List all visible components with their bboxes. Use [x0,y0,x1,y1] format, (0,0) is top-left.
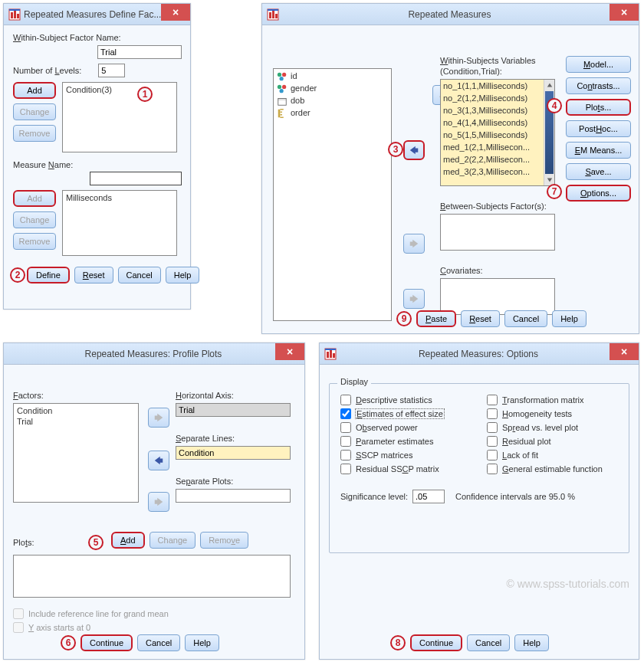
seplines-transfer-button[interactable] [148,451,169,470]
list-item[interactable]: Condition [15,405,136,416]
list-item[interactable]: order [275,107,389,120]
factors-listbox[interactable]: Condition(3) [62,82,177,152]
transformation-checkbox[interactable] [487,395,498,405]
help-button[interactable]: Help [185,634,219,651]
effect-size-checkbox[interactable] [340,408,351,419]
title-bar: Repeated Measures Define Fac... × [4,4,190,25]
plot-add-button[interactable]: Add [111,532,145,549]
svg-rect-9 [268,9,278,11]
list-item[interactable]: dob [275,95,389,107]
list-item[interactable]: Milliseconds [64,192,175,203]
callout-5: 5 [88,535,104,550]
close-icon[interactable]: × [275,343,304,360]
reset-button[interactable]: Reset [74,267,113,283]
scroll-up-icon[interactable] [544,80,554,90]
contrasts-button[interactable]: Contrasts... [566,77,631,94]
list-item[interactable]: no_2(1,2,Milliseconds) [441,92,544,104]
list-item[interactable]: no_1(1,1,Milliseconds) [441,80,544,92]
list-item[interactable]: Condition(3) [64,84,175,95]
bsf-label: Between-Subjects Factor(s): [440,202,547,211]
cancel-button[interactable]: Cancel [504,310,547,327]
app-icon [267,8,279,21]
cancel-button[interactable]: Cancel [467,634,510,651]
list-item[interactable]: no_4(1,4,Milliseconds) [441,116,544,129]
scrollbar[interactable] [544,80,554,185]
covariates-listbox[interactable] [440,278,555,315]
checkbox-label: Transformation matrix [502,395,584,405]
observed-power-checkbox[interactable] [340,422,351,433]
list-item[interactable]: no_5(1,5,Milliseconds) [441,129,544,141]
y-axis-zero-checkbox[interactable] [13,622,24,633]
reset-button[interactable]: Reset [461,310,500,327]
post-hoc-button[interactable]: Post Hoc... [566,120,631,137]
svg-point-11 [282,73,286,77]
list-item[interactable]: Trial [15,416,136,427]
close-icon[interactable]: × [610,343,639,360]
continue-button[interactable]: Continue [410,634,462,651]
checkbox-label: Residual SSCP matrix [356,464,439,474]
repeated-measures-define-factors-dialog: Repeated Measures Define Fac... × Within… [3,3,191,310]
factor-change-button[interactable]: Change [13,103,56,120]
measure-remove-button[interactable]: Remove [13,233,56,250]
paste-button[interactable]: Paste [416,310,456,327]
list-item[interactable]: gender [275,83,389,95]
save-button[interactable]: Save... [566,163,631,180]
callout-7: 7 [547,184,562,199]
bsf-transfer-button[interactable] [403,234,425,254]
measures-listbox[interactable]: Milliseconds [62,190,177,256]
plot-remove-button[interactable]: Remove [200,532,248,549]
general-estimable-checkbox[interactable] [487,464,498,474]
within-subject-factor-name-input[interactable] [97,45,182,59]
cancel-button[interactable]: Cancel [118,267,161,283]
wsv-listbox[interactable]: no_1(1,1,Milliseconds) no_2(1,2,Millisec… [441,80,544,185]
separate-plots-input[interactable] [176,489,291,503]
residual-sscp-checkbox[interactable] [340,464,351,474]
list-item[interactable]: med_2(2,2,Millisecon... [441,153,544,166]
list-item[interactable]: med_3(2,3,Millisecon... [441,166,544,178]
lack-of-fit-checkbox[interactable] [487,450,498,460]
measure-change-button[interactable]: Change [13,211,56,228]
list-item[interactable]: id [275,70,389,83]
help-button[interactable]: Help [514,634,549,651]
sscp-checkbox[interactable] [340,450,351,460]
measure-name-input[interactable] [90,172,182,185]
close-icon[interactable]: × [161,4,190,21]
covariates-label: Covariates: [440,266,483,275]
haxis-transfer-button[interactable] [148,408,169,428]
close-icon[interactable]: × [610,4,639,21]
continue-button[interactable]: Continue [80,634,133,651]
plots-button[interactable]: Plots... [566,99,631,116]
list-item[interactable]: no_3(1,3,Milliseconds) [441,104,544,116]
factor-add-button[interactable]: Add [13,82,56,99]
help-button[interactable]: Help [166,267,200,283]
wsv-transfer-button[interactable] [403,140,425,160]
factor-remove-button[interactable]: Remove [13,125,56,142]
covariates-transfer-button[interactable] [403,289,425,309]
model-button[interactable]: Model... [566,56,631,73]
parameter-estimates-checkbox[interactable] [340,436,351,447]
bsf-listbox[interactable] [440,214,555,251]
homogeneity-checkbox[interactable] [487,408,498,419]
define-button[interactable]: Define [27,267,70,283]
cancel-button[interactable]: Cancel [137,634,180,651]
reference-line-checkbox[interactable] [13,608,24,619]
descriptive-checkbox[interactable] [340,395,351,405]
sepplots-transfer-button[interactable] [148,492,169,512]
list-item[interactable]: med_1(2,1,Millisecon... [441,141,544,153]
display-group: Display Descriptive statistics Estimates… [329,383,629,553]
em-means-button[interactable]: EM Means... [566,142,631,159]
factors-listbox[interactable]: Condition Trial [13,403,139,503]
help-button[interactable]: Help [552,310,586,327]
residual-plot-checkbox[interactable] [487,436,498,447]
horizontal-axis-input[interactable] [176,403,291,417]
number-of-levels-input[interactable] [98,64,125,77]
source-variables-listbox[interactable]: id gender dob order [273,68,392,321]
options-button[interactable]: Options... [566,185,631,202]
plot-change-button[interactable]: Change [150,532,196,549]
separate-lines-input[interactable] [176,446,291,460]
spread-level-checkbox[interactable] [487,422,498,433]
significance-level-input[interactable] [412,490,445,503]
plots-listbox[interactable] [13,555,291,598]
confidence-label: Confidence intervals are 95.0 % [455,492,575,501]
measure-add-button[interactable]: Add [13,190,56,207]
